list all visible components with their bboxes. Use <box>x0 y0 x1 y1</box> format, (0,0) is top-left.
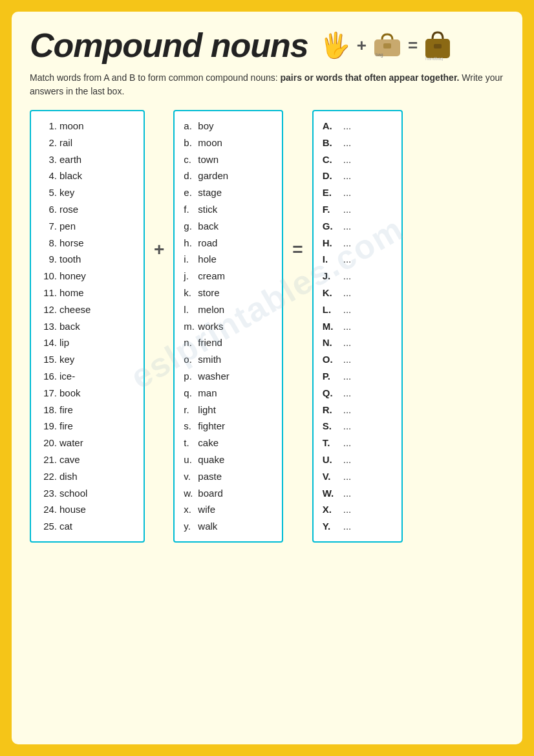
column-c-box: A....B....C....D....E....F....G....H....… <box>312 110 403 543</box>
item-word: cake <box>198 437 219 448</box>
item-letter: I. <box>323 251 341 268</box>
list-item: Y.... <box>323 518 392 535</box>
item-letter: L. <box>323 301 341 318</box>
item-letter: g. <box>184 218 195 235</box>
answer-dots: ... <box>343 521 352 532</box>
item-word: home <box>59 287 84 298</box>
item-word: school <box>59 488 87 499</box>
list-item: 16.ice- <box>40 368 134 385</box>
answer-dots: ... <box>343 287 352 298</box>
item-number: 3. <box>40 151 57 168</box>
item-word: paste <box>198 471 222 482</box>
list-item: U.... <box>323 451 392 468</box>
item-letter: w. <box>184 485 195 502</box>
item-letter: u. <box>184 451 195 468</box>
item-word: works <box>198 321 223 332</box>
item-letter: R. <box>323 402 341 418</box>
plus-symbol: + <box>154 239 164 260</box>
answer-dots: ... <box>343 454 352 465</box>
header: Compound nouns 🖐 + bag = handbag <box>30 26 504 65</box>
list-item: 5.key <box>40 184 134 201</box>
item-number: 12. <box>40 301 57 318</box>
list-item: 10.honey <box>40 268 134 285</box>
item-letter: H. <box>323 235 341 252</box>
item-number: 23. <box>40 485 57 502</box>
item-number: 14. <box>40 334 57 351</box>
item-word: cheese <box>59 304 91 315</box>
column-a-list: 1.moon2.rail3.earth4.black5.key6.rose7.p… <box>40 118 134 535</box>
item-letter: k. <box>184 285 195 301</box>
list-item: k.store <box>184 285 273 301</box>
item-letter: Q. <box>323 385 341 402</box>
item-letter: y. <box>184 518 195 535</box>
item-letter: D. <box>323 167 341 184</box>
list-item: h.road <box>184 235 273 252</box>
hand-icon: 🖐 <box>320 31 350 59</box>
item-word: rail <box>59 137 72 148</box>
item-letter: f. <box>184 201 195 218</box>
list-item: 20.water <box>40 435 134 451</box>
list-item: C.... <box>323 151 392 168</box>
item-word: wife <box>198 504 215 515</box>
item-word: earth <box>59 154 81 165</box>
page: eslprintables.com Compound nouns 🖐 + bag… <box>12 12 522 744</box>
item-word: water <box>59 437 83 448</box>
list-item: W.... <box>323 485 392 502</box>
item-word: garden <box>198 170 228 181</box>
page-title: Compound nouns <box>30 26 308 65</box>
column-b-box: a.boyb.moonc.townd.gardene.stagef.stickg… <box>173 110 283 543</box>
item-word: black <box>59 170 82 181</box>
item-letter: b. <box>184 135 195 151</box>
list-item: g.back <box>184 218 273 235</box>
item-word: road <box>198 237 217 248</box>
item-word: honey <box>59 270 86 281</box>
item-number: 8. <box>40 235 57 252</box>
item-word: moon <box>198 137 222 148</box>
item-number: 19. <box>40 418 57 435</box>
item-letter: C. <box>323 151 341 168</box>
list-item: G.... <box>323 218 392 235</box>
item-letter: s. <box>184 418 195 435</box>
item-letter: l. <box>184 301 195 318</box>
list-item: 7.pen <box>40 218 134 235</box>
item-word: town <box>198 154 219 165</box>
answer-dots: ... <box>343 504 352 515</box>
list-item: 24.house <box>40 501 134 518</box>
item-word: board <box>198 488 222 499</box>
list-item: R.... <box>323 402 392 418</box>
list-item: d.garden <box>184 167 273 184</box>
plus-operator-area: + <box>154 110 164 260</box>
list-item: 17.book <box>40 385 134 402</box>
instructions: Match words from A and B to form common … <box>30 71 504 98</box>
column-a-box: 1.moon2.rail3.earth4.black5.key6.rose7.p… <box>30 110 145 543</box>
list-item: m.works <box>184 318 273 335</box>
item-letter: P. <box>323 368 341 385</box>
item-letter: K. <box>323 285 341 301</box>
item-letter: G. <box>323 218 341 235</box>
item-letter: v. <box>184 468 195 485</box>
item-letter: O. <box>323 351 341 368</box>
item-number: 20. <box>40 435 57 451</box>
list-item: 19.fire <box>40 418 134 435</box>
item-letter: S. <box>323 418 341 435</box>
item-word: store <box>198 287 219 298</box>
item-number: 24. <box>40 501 57 518</box>
list-item: 3.earth <box>40 151 134 168</box>
item-letter: A. <box>323 118 341 135</box>
list-item: 18.fire <box>40 402 134 418</box>
item-word: quake <box>198 454 224 465</box>
answer-dots: ... <box>343 387 352 398</box>
list-item: 25.cat <box>40 518 134 535</box>
answer-dots: ... <box>343 187 352 198</box>
item-number: 5. <box>40 184 57 201</box>
item-number: 25. <box>40 518 57 535</box>
list-item: A.... <box>323 118 392 135</box>
list-item: B.... <box>323 135 392 151</box>
item-letter: x. <box>184 501 195 518</box>
header-icons: 🖐 + bag = handbag <box>320 30 451 61</box>
item-letter: M. <box>323 318 341 335</box>
item-letter: p. <box>184 368 195 385</box>
list-item: r.light <box>184 402 273 418</box>
item-letter: d. <box>184 167 195 184</box>
item-letter: Y. <box>323 518 341 535</box>
